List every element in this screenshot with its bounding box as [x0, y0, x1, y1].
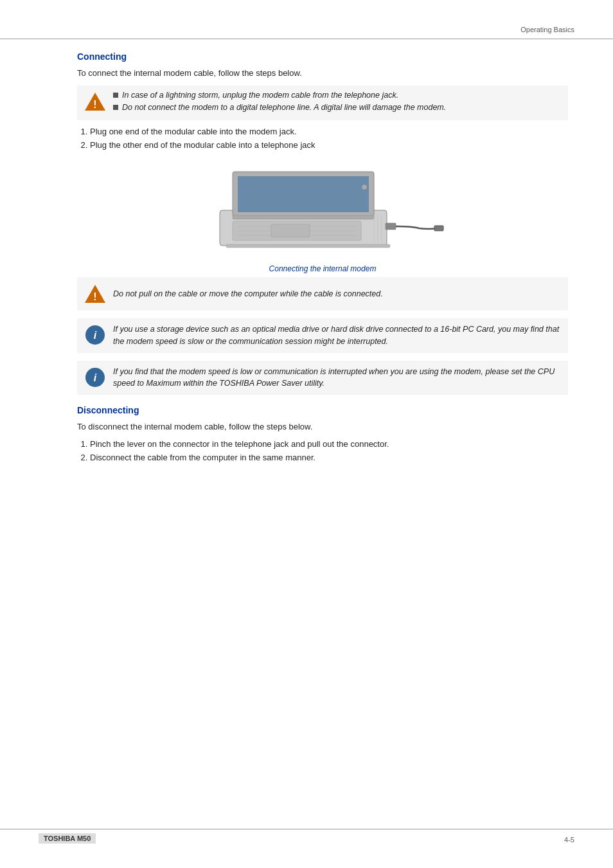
disconnecting-steps: Pinch the lever on the connector in the … [90, 439, 568, 462]
caution-box: ! Do not pull on the cable or move the c… [77, 277, 568, 311]
svg-rect-17 [226, 244, 390, 248]
connecting-heading: Connecting [77, 51, 568, 62]
bullet-2 [113, 105, 118, 110]
svg-rect-10 [271, 224, 310, 237]
connecting-section: Connecting To connect the internal modem… [77, 51, 568, 395]
note-text-1: If you use a storage device such as an o… [113, 323, 562, 348]
dis-step-1: Pinch the lever on the connector in the … [90, 439, 568, 449]
connecting-warning-box: ! In case of a lightning storm, unplug t… [77, 86, 568, 120]
info-circle-svg-2: i [84, 366, 106, 388]
caution-triangle-svg: ! [84, 282, 107, 305]
disconnecting-heading: Disconnecting [77, 405, 568, 415]
caution-icon: ! [84, 282, 107, 305]
image-caption: Connecting the internal modem [269, 264, 377, 273]
warning-triangle-svg: ! [84, 90, 107, 113]
info-icon-1: i [84, 323, 107, 347]
info-icon-2: i [84, 366, 107, 389]
step-1: Plug one end of the modular cable into t… [90, 127, 568, 136]
svg-rect-5 [233, 215, 374, 219]
disconnecting-section: Disconnecting To disconnect the internal… [77, 405, 568, 462]
warning-text-1: In case of a lightning storm, unplug the… [122, 91, 398, 100]
note-box-2: i If you find that the modem speed is lo… [77, 361, 568, 395]
footer-page: 4-5 [564, 836, 574, 844]
svg-text:i: i [94, 330, 97, 341]
warning-icon: ! [84, 91, 107, 114]
note-box-1: i If you use a storage device such as an… [77, 318, 568, 353]
info-circle-svg-1: i [84, 324, 106, 346]
page: Operating Basics Connecting To connect t… [0, 0, 613, 868]
laptop-image-container: Connecting the internal modem [77, 159, 568, 273]
warning-item-2: Do not connect the modem to a digital te… [113, 103, 562, 112]
step-2: Plug the other end of the modular cable … [90, 140, 568, 150]
main-content: Connecting To connect the internal modem… [77, 51, 568, 473]
warning-text-2: Do not connect the modem to a digital te… [122, 103, 446, 112]
svg-rect-4 [238, 176, 369, 212]
svg-rect-11 [386, 223, 396, 230]
footer-rule [0, 829, 613, 829]
svg-text:i: i [94, 372, 97, 383]
header-rule [0, 39, 613, 39]
note-text-2: If you find that the modem speed is low … [113, 366, 562, 390]
connecting-intro: To connect the internal modem cable, fol… [77, 68, 568, 78]
laptop-svg [200, 159, 445, 262]
svg-rect-12 [434, 226, 443, 231]
header-section-label: Operating Basics [520, 26, 574, 33]
footer-brand: TOSHIBA M50 [39, 833, 96, 844]
dis-step-2: Disconnect the cable from the computer i… [90, 453, 568, 462]
disconnecting-intro: To disconnect the internal modem cable, … [77, 422, 568, 431]
warning-item-1: In case of a lightning storm, unplug the… [113, 91, 562, 100]
bullet-1 [113, 93, 118, 98]
laptop-illustration [200, 159, 445, 262]
svg-text:!: ! [93, 291, 96, 302]
caution-text: Do not pull on the cable or move the com… [113, 289, 383, 298]
connecting-steps: Plug one end of the modular cable into t… [90, 127, 568, 150]
warning-content: In case of a lightning storm, unplug the… [113, 91, 562, 115]
svg-text:!: ! [93, 99, 96, 110]
svg-point-13 [362, 185, 367, 190]
